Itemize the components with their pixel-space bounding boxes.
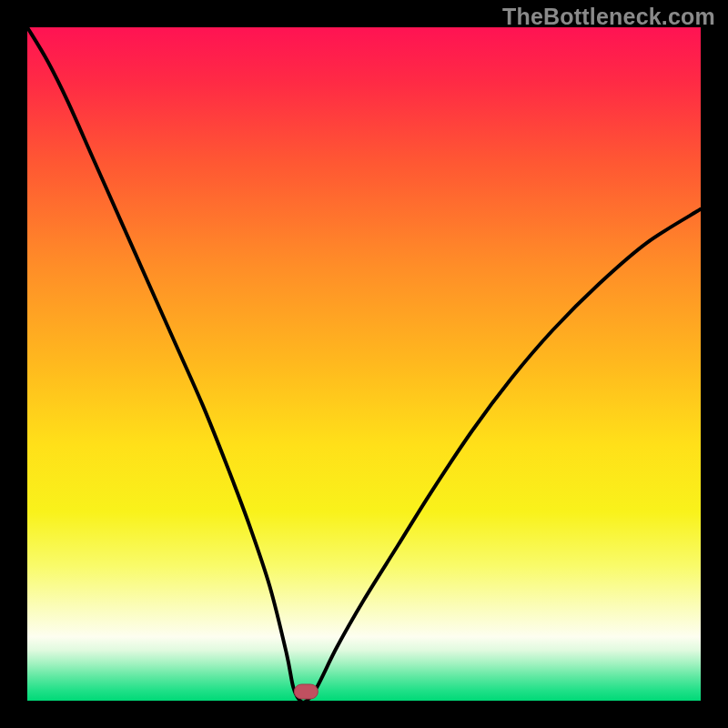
optimum-marker (294, 684, 318, 699)
frame: TheBottleneck.com (0, 0, 728, 728)
bottleneck-chart (0, 0, 728, 728)
